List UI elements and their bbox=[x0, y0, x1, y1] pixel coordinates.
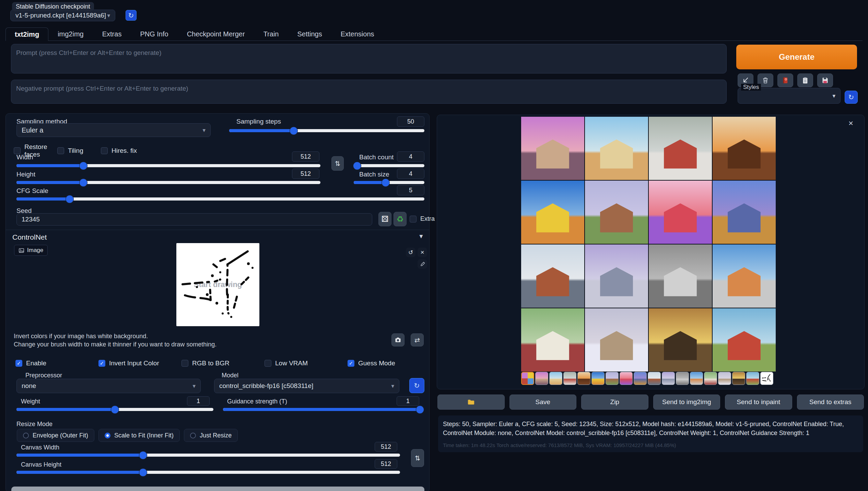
tab-png-info[interactable]: PNG Info bbox=[131, 27, 177, 41]
send-to-img2img-button[interactable]: Send to img2img bbox=[653, 395, 720, 410]
checkbox[interactable]: ✓ bbox=[15, 360, 22, 367]
send-to-extras-button[interactable]: Send to extras bbox=[797, 395, 864, 410]
gallery-close-button[interactable]: × bbox=[848, 119, 853, 127]
radio-dot[interactable] bbox=[23, 433, 29, 438]
cfg-scale-slider[interactable] bbox=[16, 197, 424, 201]
gallery-image-golden-sunset-barn[interactable] bbox=[649, 308, 712, 372]
canvas-height-slider[interactable] bbox=[16, 471, 400, 474]
thumbnail-red-farmhouse-hills[interactable] bbox=[746, 372, 759, 385]
save-button[interactable]: Save bbox=[509, 395, 577, 410]
width-value[interactable]: 512 bbox=[292, 151, 319, 162]
resize-mode-envelope-outer-fit-[interactable]: Envelope (Outer Fit) bbox=[17, 429, 94, 442]
batch-count-value[interactable]: 4 bbox=[397, 151, 424, 162]
thumbnail-colorful-street-blue-sky[interactable] bbox=[690, 372, 703, 385]
model-dropdown[interactable]: control_scribble-fp16 [c508311e] ▾ bbox=[214, 379, 399, 393]
swap-canvas-dimensions-button[interactable]: ⇅ bbox=[411, 449, 424, 467]
tab-checkpoint-merger[interactable]: Checkpoint Merger bbox=[178, 27, 254, 41]
checkbox-low-vram[interactable]: Low VRAM bbox=[265, 359, 348, 367]
cfg-scale-value[interactable]: 5 bbox=[397, 185, 424, 195]
negative-prompt-input[interactable] bbox=[11, 80, 727, 104]
checkbox-hires-fix[interactable]: Hires. fix bbox=[101, 143, 137, 158]
thumbnail-white-house-red-bushes[interactable] bbox=[704, 372, 717, 385]
controlnet-collapse-icon[interactable]: ▼ bbox=[418, 233, 424, 240]
thumbnail-snowy-houses-purple-sky[interactable] bbox=[662, 372, 675, 385]
checkbox-tiling[interactable]: Tiling bbox=[57, 143, 101, 158]
canvas-close-button[interactable]: × bbox=[418, 248, 427, 257]
tab-settings[interactable]: Settings bbox=[288, 27, 331, 41]
controlnet-image-tab[interactable]: Image bbox=[14, 245, 48, 256]
controlnet-canvas[interactable]: Start drawing bbox=[176, 243, 259, 326]
new-canvas-button[interactable] bbox=[391, 333, 404, 346]
gallery-image-snowy-mountain-village[interactable] bbox=[585, 308, 648, 372]
seed-extra-checkbox[interactable]: Extra bbox=[410, 215, 435, 222]
guidance-strength-value[interactable]: 1 bbox=[397, 396, 419, 406]
thumbnail-grey-old-house[interactable] bbox=[676, 372, 689, 385]
gallery-image-red-houses-snow[interactable] bbox=[649, 117, 712, 180]
gallery-image-brown-houses-road[interactable] bbox=[521, 244, 584, 308]
canvas-height-value[interactable]: 512 bbox=[375, 459, 397, 469]
thumbnail-orange-sunset-house[interactable] bbox=[577, 372, 590, 385]
batch-size-slider[interactable] bbox=[354, 181, 424, 184]
thumbnail-grid-all[interactable] bbox=[521, 372, 534, 385]
canvas-width-value[interactable]: 512 bbox=[375, 442, 397, 452]
weight-value[interactable]: 1 bbox=[187, 396, 210, 406]
gallery-image-orange-sunset-house[interactable] bbox=[713, 117, 776, 180]
thumbnail-golden-sunset-barn[interactable] bbox=[732, 372, 745, 385]
generate-button[interactable]: Generate bbox=[736, 45, 857, 69]
canvas-width-slider[interactable] bbox=[16, 454, 400, 457]
thumbnail-tan-houses-blue-sky[interactable] bbox=[549, 372, 562, 385]
sampling-steps-value[interactable]: 50 bbox=[397, 116, 424, 127]
tab-txt2img[interactable]: txt2img bbox=[5, 27, 48, 41]
floppy-button[interactable] bbox=[817, 73, 833, 87]
checkbox[interactable] bbox=[265, 360, 271, 367]
resize-mode-scale-to-fit-inner-fit-[interactable]: Scale to Fit (Inner Fit) bbox=[98, 429, 180, 442]
checkbox-invert-input-color[interactable]: ✓Invert Input Color bbox=[98, 359, 181, 367]
checkbox-rgb-to-bgr[interactable]: RGB to BGR bbox=[181, 359, 265, 367]
gallery-image-sun-colorful-street[interactable] bbox=[713, 181, 776, 244]
gallery-image-yellow-house-blue-sky[interactable] bbox=[521, 181, 584, 244]
tab-extensions[interactable]: Extensions bbox=[331, 27, 384, 41]
resize-mode-just-resize[interactable]: Just Resize bbox=[184, 429, 238, 442]
radio-dot[interactable] bbox=[105, 433, 110, 438]
batch-count-slider[interactable] bbox=[354, 164, 424, 167]
script-accordion[interactable] bbox=[11, 487, 424, 491]
gallery-image-tan-houses-blue-sky[interactable] bbox=[585, 117, 648, 180]
prompt-input[interactable] bbox=[11, 44, 727, 73]
height-value[interactable]: 512 bbox=[292, 169, 319, 179]
gallery-image-snowy-houses-purple-sky[interactable] bbox=[585, 244, 648, 308]
checkbox[interactable] bbox=[181, 360, 188, 367]
thumbnail-sunset-house-purple-path[interactable] bbox=[620, 372, 633, 385]
checkbox-enable[interactable]: ✓Enable bbox=[15, 359, 98, 367]
thumbnail-purple-sunset-street[interactable] bbox=[535, 372, 548, 385]
tab-img2img[interactable]: img2img bbox=[48, 27, 93, 41]
clipboard-button[interactable] bbox=[797, 73, 813, 87]
radio-dot[interactable] bbox=[190, 433, 196, 438]
gallery-image-purple-sunset-street[interactable] bbox=[521, 117, 584, 180]
height-slider[interactable] bbox=[16, 181, 320, 184]
thumbnail-sun-colorful-street[interactable] bbox=[634, 372, 647, 385]
gallery-image-sunset-house-purple-path[interactable] bbox=[649, 181, 712, 244]
width-slider[interactable] bbox=[16, 164, 320, 167]
seed-input[interactable]: 12345 bbox=[16, 213, 372, 226]
canvas-brush-button[interactable] bbox=[418, 259, 427, 269]
checkbox[interactable] bbox=[57, 147, 64, 154]
sampling-method-dropdown[interactable]: Euler a ▾ bbox=[16, 123, 211, 137]
thumbnail-yellow-house-blue-sky[interactable] bbox=[591, 372, 605, 385]
thumbnail-red-houses-snow[interactable] bbox=[563, 372, 576, 385]
thumbnail-snowy-mountain-village[interactable] bbox=[718, 372, 731, 385]
mirror-webcam-button[interactable]: ⇄ bbox=[411, 333, 424, 346]
gallery-image-colorful-street-blue-sky[interactable] bbox=[713, 244, 776, 308]
preprocessor-dropdown[interactable]: none ▾ bbox=[16, 379, 201, 393]
styles-refresh-button[interactable]: ↻ bbox=[845, 91, 858, 104]
zip-button[interactable]: Zip bbox=[581, 395, 648, 410]
gallery-image-red-farmhouse-hills[interactable] bbox=[713, 308, 776, 372]
sampling-steps-slider[interactable] bbox=[229, 129, 424, 132]
tab-train[interactable]: Train bbox=[254, 27, 288, 41]
checkbox[interactable] bbox=[410, 216, 417, 222]
thumbnail-scribble-map[interactable] bbox=[760, 372, 773, 385]
model-refresh-button[interactable]: ↻ bbox=[409, 378, 424, 393]
checkbox-guess-mode[interactable]: ✓Guess Mode bbox=[348, 359, 395, 367]
random-seed-button[interactable]: ⚄ bbox=[378, 212, 391, 226]
guidance-strength-slider[interactable] bbox=[223, 408, 420, 411]
thumbnail-brick-house-lavender-sky[interactable] bbox=[606, 372, 619, 385]
